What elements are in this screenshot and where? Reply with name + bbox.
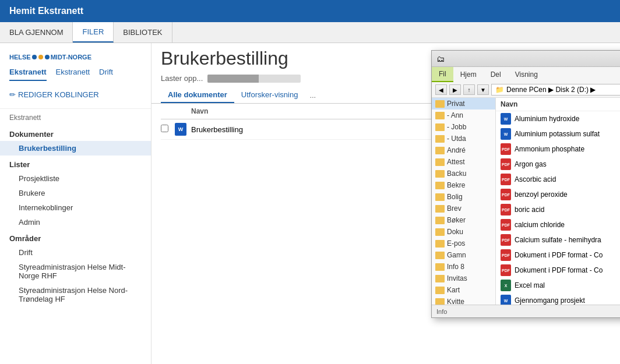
logo-text-left: HELSE: [9, 54, 31, 61]
fe-window-icon: 🗂: [436, 54, 445, 63]
fe-file-argon[interactable]: PDF Argon gas: [496, 157, 620, 172]
content-area: Brukerbestilling Laster opp... Alle doku…: [152, 43, 620, 364]
pdf-icon: PDF: [501, 234, 511, 246]
folder-icon: [435, 182, 445, 189]
fe-folder-invitas[interactable]: Invitas: [432, 273, 495, 284]
fe-folder-kart[interactable]: Kart: [432, 284, 495, 296]
pencil-icon: ✏: [9, 90, 16, 99]
pdf-icon: PDF: [501, 204, 511, 215]
logo-text-right: MIDT-NORGE: [51, 54, 91, 61]
fe-back-btn[interactable]: ◀: [435, 84, 447, 95]
fe-folder-gamn[interactable]: Gamn: [432, 249, 495, 261]
folder-icon: [435, 112, 445, 119]
fe-folder-jobb[interactable]: - Jobb: [432, 121, 495, 133]
header-name: Navn: [191, 107, 436, 115]
folder-icon: [435, 240, 445, 248]
file-explorer-window: 🗂 ─ □ ✕ Fil Hjem Del Visning ◀ ▶ ↑ ▼: [431, 50, 620, 318]
fe-tab-del[interactable]: Del: [484, 67, 508, 82]
tab-bla-gjennom[interactable]: BLA GJENNOM: [0, 22, 73, 43]
tab-filer[interactable]: FILER: [73, 22, 114, 43]
fe-folder-doku[interactable]: Doku: [432, 226, 495, 238]
doc-tab-more[interactable]: ...: [305, 88, 320, 103]
nav-ekstranett-2[interactable]: Ekstranett: [56, 68, 90, 81]
fe-address-bar: ◀ ▶ ↑ ▼ 📁 Denne PCen ▶ Disk 2 (D:) ▶: [432, 82, 620, 98]
sidebar-item-prosjektliste[interactable]: Prosjektliste: [0, 171, 151, 186]
sidebar-item-brukere[interactable]: Brukere: [0, 186, 151, 200]
folder-icon: [435, 158, 445, 166]
progress-bar-inner: [207, 75, 259, 83]
fe-forward-btn[interactable]: ▶: [449, 84, 461, 95]
pdf-icon: PDF: [501, 143, 511, 155]
logo-dot-2: [38, 55, 43, 59]
fe-folder-info8[interactable]: Info 8: [432, 261, 495, 273]
fe-file-dok1[interactable]: PDF Dokument i PDF format - Co: [496, 248, 620, 263]
fe-folder-boker[interactable]: Bøker: [432, 214, 495, 226]
fe-file-al-pot[interactable]: W Aluminium potassium sulfat: [496, 126, 620, 142]
folder-icon: [435, 147, 445, 154]
folder-icon: [435, 170, 445, 178]
sidebar-item-admin[interactable]: Admin: [0, 215, 151, 229]
fe-file-al-hyd[interactable]: W Aluminium hydroxide: [496, 111, 620, 126]
section-dokumenter: Dokumenter: [0, 125, 151, 141]
tab-bibliotek[interactable]: BIBLIOTEK: [114, 22, 172, 43]
sidebar-item-internekoblinger[interactable]: Internekoblinger: [0, 200, 151, 215]
fe-file-amm-phos[interactable]: PDF Ammonium phosphate: [496, 142, 620, 157]
sidebar-item-drift[interactable]: Drift: [0, 245, 151, 260]
fe-file-dok2[interactable]: PDF Dokument i PDF format - Co: [496, 263, 620, 278]
fe-file-excel[interactable]: X Excel mal: [496, 278, 620, 293]
fe-file-gjennomgang[interactable]: W Gjennomgang prosjekt: [496, 293, 620, 305]
fe-file-ascorbic[interactable]: PDF Ascorbic acid: [496, 172, 620, 187]
nav-ekstranett-1[interactable]: Ekstranett: [9, 68, 47, 81]
folder-icon-path: 📁: [495, 86, 504, 94]
logo-dot-1: [32, 55, 37, 59]
sidebar-item-styreadmin1[interactable]: Styreadministrasjon Helse Midt-Norge RHF: [0, 260, 151, 283]
folder-icon: [435, 135, 445, 143]
fe-file-boric[interactable]: PDF boric acid: [496, 202, 620, 217]
nav-drift[interactable]: Drift: [99, 68, 113, 81]
fe-file-calcium-su[interactable]: PDF Calcium sulfate - hemihydra: [496, 232, 620, 248]
main-layout: HELSE MIDT-NORGE Ekstranett Ekstranett D…: [0, 43, 620, 364]
folder-icon: [435, 252, 445, 259]
fe-folder-brev[interactable]: Brev: [432, 203, 495, 214]
fe-folder-bolig[interactable]: Bolig: [432, 191, 495, 203]
fe-address-path[interactable]: 📁 Denne PCen ▶ Disk 2 (D:) ▶: [491, 84, 620, 96]
folder-icon: [435, 205, 445, 213]
section-omrader: Områder: [0, 229, 151, 245]
fe-file-benzoyl[interactable]: PDF benzoyl peroxide: [496, 187, 620, 202]
logo-dots: [32, 55, 50, 59]
fe-folder-utda[interactable]: - Utda: [432, 133, 495, 144]
doc-tab-utforsker[interactable]: Utforsker-visning: [234, 87, 305, 103]
fe-folder-attest[interactable]: Attest: [432, 156, 495, 168]
fe-folder-epos[interactable]: E-pos: [432, 238, 495, 249]
fe-dropdown-btn[interactable]: ▼: [477, 84, 489, 95]
fe-tab-visning[interactable]: Visning: [508, 67, 545, 82]
fe-body: Privat - Ann - Jobb - Utda: [432, 98, 620, 305]
fe-folder-ann[interactable]: - Ann: [432, 109, 495, 121]
pdf-icon: PDF: [501, 264, 511, 276]
fe-folder-andre[interactable]: André: [432, 144, 495, 156]
sidebar-item-brukerbestilling[interactable]: Brukerbestilling: [0, 141, 151, 156]
fe-files-header: Navn: [496, 98, 620, 111]
fe-folder-privat[interactable]: Privat: [432, 98, 495, 109]
fe-toolbar: Fil Hjem Del Visning: [432, 67, 620, 82]
fe-folder-kvitte[interactable]: Kvitte: [432, 296, 495, 305]
nav-rediger-koblinger[interactable]: ✏ REDIGER KOBLINGER: [9, 90, 99, 104]
sidebar-item-styreadmin2[interactable]: Styreadministrasjon Helse Nord-Trøndelag…: [0, 283, 151, 306]
row-check[interactable]: [161, 125, 175, 134]
fe-folder-backu[interactable]: Backu: [432, 168, 495, 179]
fe-up-btn[interactable]: ↑: [463, 84, 475, 95]
fe-file-calcium-cl[interactable]: PDF calcium chloride: [496, 217, 620, 232]
folder-icon: [435, 287, 445, 294]
word-icon: W: [501, 113, 511, 125]
logo-dot-3: [45, 55, 50, 59]
pdf-icon: PDF: [501, 249, 511, 261]
folder-icon: [435, 123, 445, 131]
top-nav: Ekstranett Ekstranett Drift ✏ REDIGER KO…: [0, 68, 151, 109]
row-name[interactable]: Brukerbestilling: [191, 125, 436, 134]
statusbar-text: Info: [436, 308, 447, 315]
fe-tab-hjem[interactable]: Hjem: [453, 67, 484, 82]
row-checkbox[interactable]: [161, 125, 168, 132]
fe-folder-bekre[interactable]: Bekre: [432, 179, 495, 191]
doc-tab-alle[interactable]: Alle dokumenter: [161, 87, 234, 103]
fe-tab-fil[interactable]: Fil: [432, 67, 453, 82]
